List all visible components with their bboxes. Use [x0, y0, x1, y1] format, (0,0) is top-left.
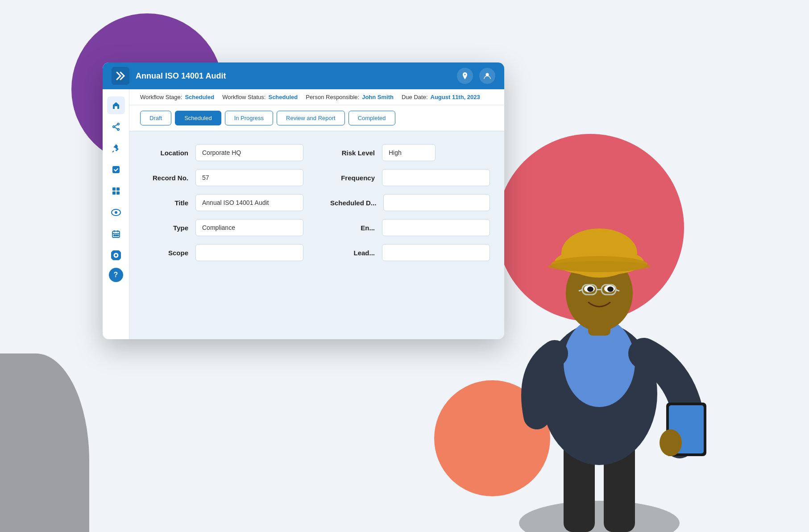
svg-rect-18: [114, 235, 115, 236]
label-type: Type: [144, 224, 188, 232]
user-icon[interactable]: [479, 68, 495, 84]
form-row-risk: Risk Level: [330, 144, 490, 161]
due-label: Due Date:: [402, 94, 428, 100]
form-row-location: Location: [144, 144, 303, 161]
form-row-frequency: Frequency: [330, 169, 490, 186]
person-label: Person Responsible:: [306, 94, 359, 100]
svg-point-2: [113, 126, 115, 128]
sidebar-item-share[interactable]: [107, 118, 125, 136]
input-scope[interactable]: [195, 244, 303, 261]
input-frequency[interactable]: [382, 169, 490, 186]
label-frequency: Frequency: [330, 174, 375, 182]
tab-in-progress[interactable]: In Progress: [225, 111, 273, 125]
workflow-status-value: Scheduled: [268, 94, 298, 100]
content-area: Workflow Stage: Scheduled Workflow Statu…: [129, 89, 504, 339]
svg-point-47: [548, 261, 651, 272]
sidebar-item-view[interactable]: [107, 204, 125, 221]
svg-rect-11: [116, 191, 120, 195]
left-silhouette: [0, 353, 89, 532]
svg-point-3: [117, 129, 119, 130]
workflow-stage-value: Scheduled: [185, 94, 214, 100]
svg-point-25: [519, 501, 680, 532]
form-area: Location Record No. Title Type: [129, 132, 504, 274]
location-icon[interactable]: [457, 68, 473, 84]
form-left-col: Location Record No. Title Type: [144, 144, 303, 261]
label-title: Title: [144, 199, 188, 207]
svg-point-13: [115, 211, 117, 214]
header-actions: [457, 68, 495, 84]
svg-rect-19: [116, 235, 117, 236]
input-location[interactable]: [195, 144, 303, 161]
svg-point-32: [660, 429, 682, 456]
svg-line-6: [112, 151, 114, 152]
svg-rect-20: [117, 235, 119, 236]
svg-point-1: [117, 123, 119, 125]
svg-rect-8: [112, 187, 116, 191]
sidebar-item-grid[interactable]: [107, 182, 125, 200]
app-title: Annual ISO 14001 Audit: [136, 71, 226, 81]
svg-rect-9: [116, 187, 120, 191]
tab-draft[interactable]: Draft: [140, 111, 171, 125]
tab-review-report[interactable]: Review and Report: [277, 111, 345, 125]
form-row-type: Type: [144, 219, 303, 236]
workflow-status-label: Workflow Status:: [222, 94, 266, 100]
form-right-col: Risk Level Frequency Scheduled D... En..…: [330, 144, 490, 261]
input-lead[interactable]: [382, 244, 490, 261]
sidebar-item-tasks[interactable]: [107, 161, 125, 179]
label-scope: Scope: [144, 249, 188, 257]
tab-completed[interactable]: Completed: [348, 111, 395, 125]
sidebar: ?: [103, 89, 129, 339]
input-title[interactable]: [195, 194, 303, 211]
tab-scheduled[interactable]: Scheduled: [175, 111, 221, 125]
svg-rect-7: [112, 166, 120, 173]
sidebar-item-calendar[interactable]: [107, 225, 125, 243]
form-row-lead: Lead...: [330, 244, 490, 261]
logo: [112, 67, 129, 85]
svg-point-38: [607, 287, 614, 292]
form-row-scheduled-date: Scheduled D...: [330, 194, 490, 211]
form-row-scope: Scope: [144, 244, 303, 261]
label-scheduled-date: Scheduled D...: [330, 199, 376, 207]
sidebar-item-home[interactable]: [107, 96, 125, 114]
workflow-stage-label: Workflow Stage:: [140, 94, 182, 100]
step-tabs: Draft Scheduled In Progress Review and R…: [129, 105, 504, 132]
app-window: Annual ISO 14001 Audit: [103, 62, 504, 339]
worker-svg: [474, 175, 724, 532]
workflow-bar: Workflow Stage: Scheduled Workflow Statu…: [129, 89, 504, 105]
input-record[interactable]: [195, 169, 303, 186]
sidebar-item-pin[interactable]: [107, 139, 125, 157]
svg-line-5: [115, 127, 117, 129]
form-row-end: En...: [330, 219, 490, 236]
form-row-record: Record No.: [144, 169, 303, 186]
svg-point-37: [587, 287, 593, 292]
svg-line-4: [115, 125, 117, 126]
svg-rect-10: [112, 191, 116, 195]
svg-point-24: [115, 254, 117, 257]
help-label: ?: [114, 271, 118, 279]
label-end: En...: [330, 224, 375, 232]
label-record: Record No.: [144, 174, 188, 182]
header-left: Annual ISO 14001 Audit: [112, 67, 226, 85]
input-risk[interactable]: [382, 144, 436, 161]
main-area: ? Workflow Stage: Scheduled Workflow Sta…: [103, 89, 504, 339]
sidebar-item-help[interactable]: ?: [109, 268, 123, 282]
label-location: Location: [144, 149, 188, 157]
form-row-title: Title: [144, 194, 303, 211]
label-risk: Risk Level: [330, 149, 375, 157]
input-type[interactable]: [195, 219, 303, 236]
sidebar-item-settings[interactable]: [107, 246, 125, 264]
due-value: August 11th, 2023: [431, 94, 480, 100]
header-bar: Annual ISO 14001 Audit: [103, 62, 504, 89]
label-lead: Lead...: [330, 249, 375, 257]
worker-image: [474, 175, 724, 532]
person-value: John Smith: [362, 94, 394, 100]
input-end[interactable]: [382, 219, 490, 236]
svg-rect-14: [112, 231, 120, 237]
